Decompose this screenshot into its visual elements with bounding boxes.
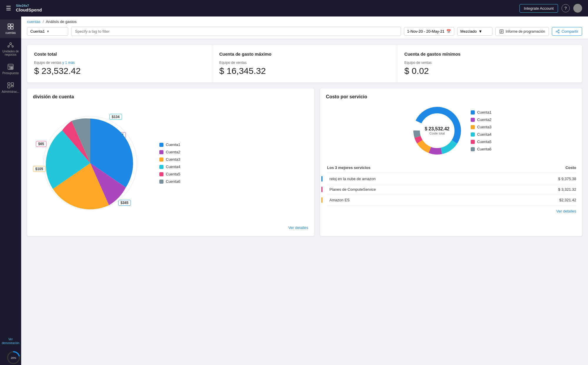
content-topbar: cuentas / Análisis de gastos Cuenta1 ▼ 1…: [21, 16, 588, 39]
donut-legend-cuenta2: Cuenta2: [471, 117, 492, 122]
legend-label-cuenta2: Cuenta2: [166, 150, 180, 154]
services-header-cost: Costo: [565, 165, 576, 170]
donut-area: $ 23,532.42 Coste total Cuenta1: [326, 104, 576, 157]
legend-label-cuenta1: Cuenta1: [166, 142, 180, 147]
svg-point-4: [10, 43, 11, 44]
breadcrumb-link[interactable]: cuentas: [27, 19, 41, 24]
svg-point-28: [556, 31, 557, 32]
donut-legend: Cuenta1 Cuenta2 Cuenta3: [471, 110, 492, 151]
donut-ver-link[interactable]: Ver detalles: [556, 209, 576, 213]
sidebar-demo-link[interactable]: Ver demostración: [0, 335, 21, 347]
svg-point-29: [558, 32, 559, 33]
legend-dot-cuenta5: [159, 172, 163, 176]
svg-rect-18: [11, 86, 14, 87]
sidebar-item-cuentas[interactable]: cuentas: [0, 19, 21, 38]
topbar: ☰ Site24x7 CloudSpend Integrate Account …: [0, 0, 588, 16]
service-cost-1: $ 3,321.32: [558, 187, 576, 192]
svg-line-30: [557, 31, 558, 32]
service-row-2: Amazon ES $2,321.42: [327, 195, 576, 205]
pie-chart-title: división de cuenta: [33, 94, 308, 99]
legend-item-cuenta5: Cuenta5: [159, 172, 180, 176]
svg-rect-12: [11, 67, 11, 68]
pie-svg: [39, 112, 142, 215]
pie-chart-card: división de cuenta $134 $97 $112: [27, 88, 314, 236]
legend-item-cuenta4: Cuenta4: [159, 165, 180, 169]
pie-ver-link[interactable]: Ver detalles: [288, 225, 308, 230]
kpi-min: Cuenta de gastos mínimos Equipo de venta…: [397, 45, 582, 82]
sidebar-item-presupuesto[interactable]: Presupuesto: [0, 60, 21, 78]
donut-ver-detalles: Ver detalles: [326, 208, 576, 214]
kpi-total-sub: Equipo de ventas y 1 más: [34, 61, 205, 65]
donut-chart-title: Costo por servicio: [326, 94, 576, 99]
legend-dot-cuenta6: [159, 180, 163, 184]
sidebar-cuentas-label: cuentas: [5, 31, 16, 34]
legend-label-cuenta6: Cuenta6: [166, 179, 180, 184]
content-area: cuentas / Análisis de gastos Cuenta1 ▼ 1…: [21, 16, 588, 365]
service-cost-2: $2,321.42: [559, 198, 576, 202]
svg-point-27: [558, 30, 559, 31]
kpi-max: Cuenta de gasto máximo Equipo de ventas …: [212, 45, 397, 82]
donut-dot-cuenta2: [471, 118, 475, 122]
date-picker[interactable]: 1-Nov-20 - 20-May-21 📅: [404, 27, 454, 36]
service-row-0: reloj en la nube de amazon $ 9,375.38: [327, 174, 576, 184]
svg-line-31: [557, 30, 558, 31]
help-button[interactable]: ?: [562, 4, 570, 12]
service-name-2: Amazon ES: [330, 198, 350, 202]
donut-legend-cuenta4: Cuenta4: [471, 132, 492, 137]
administracion-icon: [7, 82, 14, 89]
svg-rect-17: [11, 83, 14, 85]
svg-rect-1: [8, 27, 10, 29]
legend-label-cuenta3: Cuenta3: [166, 157, 180, 162]
donut-dot-cuenta1: [471, 110, 475, 115]
tag-filter-input[interactable]: [71, 27, 401, 36]
svg-rect-16: [8, 86, 10, 88]
sidebar-item-administracion[interactable]: Administrac...: [0, 78, 21, 97]
legend-dot-cuenta1: [159, 143, 163, 147]
filter-row: Cuenta1 ▼ 1-Nov-20 - 20-May-21 📅 Mezclad…: [21, 24, 588, 39]
share-button[interactable]: Compartir: [552, 27, 582, 36]
kpi-more-link[interactable]: y 1 más: [62, 61, 75, 65]
account-dropdown[interactable]: Cuenta1 ▼: [27, 27, 68, 36]
kpi-total-value: $ 23,532.42: [34, 66, 205, 76]
share-icon: [556, 29, 560, 34]
legend-item-cuenta1: Cuenta1: [159, 142, 180, 147]
hamburger-icon[interactable]: ☰: [6, 5, 11, 12]
donut-label-cuenta5: Cuenta5: [477, 140, 492, 144]
sidebar-progress: 20%: [3, 347, 18, 362]
services-header-name: Los 3 mejores servicios: [327, 165, 370, 170]
donut-label-cuenta1: Cuenta1: [477, 110, 492, 115]
service-name-0: reloj en la nube de amazon: [330, 177, 376, 181]
brand: Site24x7 CloudSpend: [16, 4, 42, 13]
report-button[interactable]: Informe de programación: [495, 27, 549, 36]
sidebar-item-unidades[interactable]: Unidades de negocios: [0, 38, 21, 60]
legend-item-cuenta2: Cuenta2: [159, 150, 180, 154]
account-label: Cuenta1: [30, 29, 45, 34]
donut-dot-cuenta6: [471, 147, 475, 151]
legend-label-cuenta5: Cuenta5: [166, 172, 180, 176]
kpi-max-sub: Equipo de ventas: [219, 61, 390, 65]
svg-rect-13: [12, 67, 13, 68]
mixed-label: Mezclado: [460, 29, 477, 34]
kpi-min-value: $ 0.02: [404, 66, 575, 76]
donut-legend-cuenta1: Cuenta1: [471, 110, 492, 115]
mixed-dropdown[interactable]: Mezclado ▼: [457, 27, 492, 36]
donut-label-cuenta2: Cuenta2: [477, 117, 492, 122]
services-table: Los 3 mejores servicios Costo reloj en l…: [326, 163, 576, 205]
donut-svg: [411, 104, 464, 157]
donut-wrapper: $ 23,532.42 Coste total: [411, 104, 464, 157]
charts-row: división de cuenta $134 $97 $112: [27, 88, 582, 236]
donut-label-cuenta6: Cuenta6: [477, 147, 492, 151]
service-cost-0: $ 9,375.38: [558, 177, 576, 181]
services-table-header: Los 3 mejores servicios Costo: [327, 163, 576, 172]
svg-rect-0: [8, 24, 10, 26]
kpi-total: Coste total Equipo de ventas y 1 más $ 2…: [27, 45, 212, 82]
avatar[interactable]: [573, 4, 582, 13]
svg-point-5: [8, 46, 9, 47]
account-arrow-icon: ▼: [46, 30, 49, 33]
pie-ver-detalles: Ver detalles: [33, 225, 308, 230]
unidades-icon: [7, 42, 14, 49]
integrate-account-button[interactable]: Integrate Account: [519, 4, 558, 13]
breadcrumb-current: Análisis de gastos: [46, 19, 77, 24]
svg-line-7: [9, 44, 11, 46]
sidebar-unidades-label: Unidades de negocios: [1, 50, 20, 56]
